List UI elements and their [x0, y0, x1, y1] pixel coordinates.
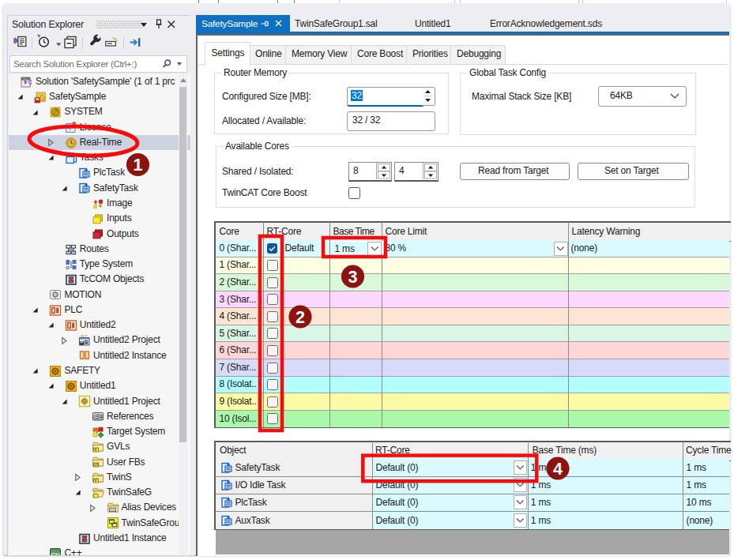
svg-text:4: 4	[553, 460, 563, 479]
svg-text:2: 2	[295, 308, 305, 327]
svg-text:1: 1	[134, 156, 143, 175]
svg-text:3: 3	[348, 268, 358, 287]
